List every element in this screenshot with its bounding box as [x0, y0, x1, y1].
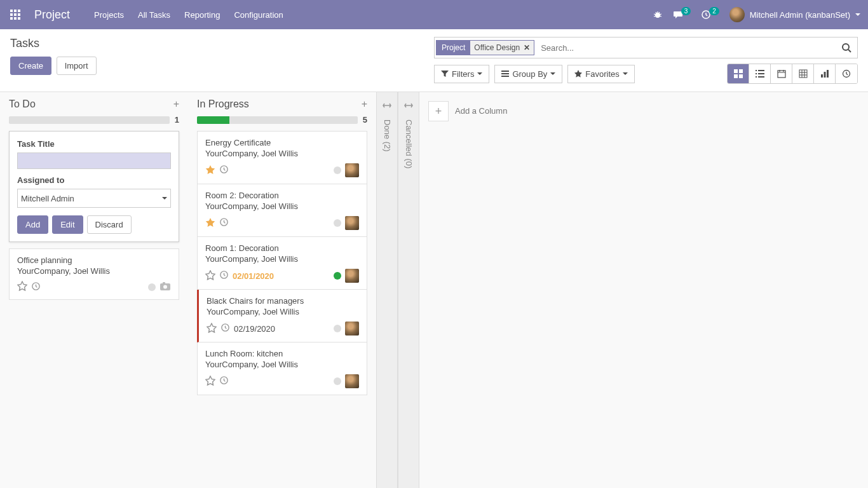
quick-add-button[interactable]: + [362, 98, 367, 110]
view-kanban-button[interactable] [728, 64, 749, 83]
nav-projects[interactable]: Projects [94, 10, 124, 20]
search-input[interactable] [536, 37, 836, 58]
arrows-icon [383, 101, 391, 111]
user-menu[interactable]: Mitchell Admin (kanbanSet) [729, 7, 860, 22]
app-brand[interactable]: Project [34, 8, 70, 22]
assignee-avatar-icon[interactable] [345, 322, 359, 336]
kanban-state-dot[interactable] [334, 219, 341, 227]
assignee-avatar-icon[interactable] [345, 163, 359, 177]
kanban-state-dot[interactable] [334, 166, 341, 174]
svg-rect-25 [778, 71, 785, 78]
svg-rect-23 [756, 76, 757, 78]
search-facet-remove[interactable]: ✕ [524, 43, 530, 52]
kanban-card[interactable]: Black Chairs for managersYourCompany, Jo… [197, 290, 367, 342]
svg-rect-12 [501, 71, 509, 72]
kanban-state-dot[interactable] [334, 272, 341, 280]
nav-configuration[interactable]: Configuration [234, 10, 283, 20]
svg-rect-1 [14, 10, 17, 12]
debug-icon[interactable] [653, 10, 663, 20]
add-column-button[interactable]: + [428, 101, 449, 121]
nav-reporting[interactable]: Reporting [184, 10, 220, 20]
kanban-state-dot[interactable] [334, 377, 341, 385]
task-title: Lunch Room: kitchen [205, 349, 359, 358]
view-switcher [727, 64, 858, 84]
task-title-input[interactable] [17, 152, 171, 169]
add-button[interactable]: Add [17, 215, 48, 234]
svg-rect-8 [18, 17, 20, 20]
task-title: Room 1: Decoration [205, 243, 359, 253]
task-subtitle: YourCompany, Joel Willis [205, 254, 359, 264]
star-icon[interactable] [205, 270, 215, 282]
column-done-folded[interactable]: Done (2) [376, 92, 398, 488]
svg-point-9 [655, 13, 660, 18]
quick-create-form: Task Title Assigned to Mitchell Admin Ad… [9, 131, 179, 242]
column-progress-bar[interactable] [197, 116, 358, 124]
assignee-avatar-icon[interactable] [345, 269, 359, 283]
column-progress-bar[interactable] [9, 116, 170, 124]
column-title[interactable]: In Progress [197, 98, 249, 110]
search-facet-value: Office Design [474, 43, 520, 52]
star-icon[interactable] [17, 281, 27, 293]
column-cancelled-folded[interactable]: Cancelled (0) [398, 92, 419, 488]
user-avatar-icon [729, 7, 745, 22]
page-title: Tasks [10, 37, 434, 50]
discard-button[interactable]: Discard [87, 215, 132, 234]
task-subtitle: YourCompany, Joel Willis [207, 307, 359, 316]
create-button[interactable]: Create [10, 57, 51, 75]
apps-menu-button[interactable] [8, 7, 23, 22]
activity-icon[interactable] [219, 376, 229, 387]
activity-icon[interactable] [219, 165, 229, 176]
assigned-to-label: Assigned to [17, 175, 171, 185]
add-column-input[interactable] [455, 101, 562, 116]
favorites-dropdown[interactable]: Favorites [567, 65, 634, 83]
import-button[interactable]: Import [57, 57, 97, 75]
kanban-card[interactable]: Lunch Room: kitchenYourCompany, Joel Wil… [197, 342, 367, 395]
activity-icon[interactable] [219, 270, 229, 281]
activity-icon[interactable] [219, 217, 229, 229]
kanban-card[interactable]: Office planningYourCompany, Joel Willis [9, 248, 179, 300]
kanban-card[interactable]: Energy CertificateYourCompany, Joel Will… [197, 131, 367, 184]
star-icon[interactable] [205, 165, 215, 177]
assignee-avatar-icon[interactable] [345, 374, 359, 388]
view-list-button[interactable] [749, 64, 771, 83]
task-subtitle: YourCompany, Joel Willis [205, 360, 359, 369]
star-icon[interactable] [207, 323, 217, 335]
assignee-avatar-icon[interactable] [345, 216, 359, 230]
column-count: 5 [363, 115, 367, 125]
svg-rect-27 [821, 74, 823, 78]
assigned-to-select[interactable]: Mitchell Admin [17, 189, 171, 208]
svg-rect-6 [10, 17, 13, 20]
filters-dropdown[interactable]: Filters [434, 65, 489, 83]
svg-rect-26 [799, 70, 807, 78]
nav-all-tasks[interactable]: All Tasks [138, 10, 170, 20]
view-graph-button[interactable] [814, 64, 836, 83]
kanban-state-dot[interactable] [334, 325, 341, 332]
activities-icon[interactable]: 2 [701, 10, 719, 20]
arrows-icon [404, 101, 413, 111]
quick-add-button[interactable]: + [173, 98, 179, 110]
attachment-icon[interactable] [159, 281, 171, 293]
svg-point-33 [163, 285, 167, 288]
activity-icon[interactable] [220, 323, 230, 334]
add-column-area: + [419, 92, 571, 488]
search-bar[interactable]: Project Office Design ✕ [434, 37, 858, 58]
task-title: Office planning [17, 255, 171, 265]
activity-icon[interactable] [31, 281, 41, 293]
groupby-dropdown[interactable]: Group By [494, 65, 562, 83]
kanban-card[interactable]: Room 1: DecorationYourCompany, Joel Will… [197, 237, 367, 290]
search-submit-icon[interactable] [836, 43, 857, 53]
task-title: Room 2: Decoration [205, 191, 359, 200]
kanban-state-dot[interactable] [148, 283, 156, 291]
star-icon[interactable] [205, 376, 215, 388]
view-activity-button[interactable] [836, 64, 857, 83]
edit-button[interactable]: Edit [52, 215, 83, 234]
view-calendar-button[interactable] [771, 64, 792, 83]
column-title[interactable]: To Do [9, 98, 36, 110]
svg-rect-19 [756, 70, 757, 71]
svg-point-11 [843, 44, 849, 50]
view-pivot-button[interactable] [792, 64, 814, 83]
messages-icon[interactable]: 3 [673, 10, 691, 20]
svg-rect-5 [18, 13, 20, 16]
star-icon[interactable] [205, 217, 215, 229]
kanban-card[interactable]: Room 2: DecorationYourCompany, Joel Will… [197, 184, 367, 237]
